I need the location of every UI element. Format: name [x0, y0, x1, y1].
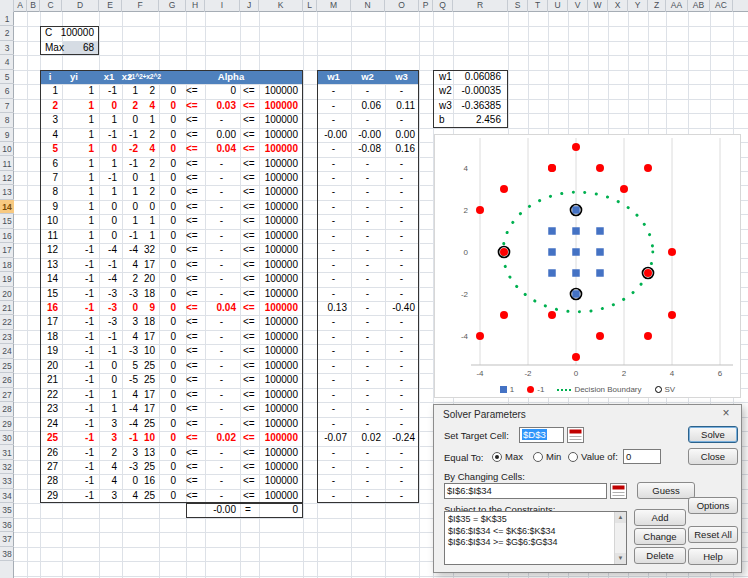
cell-max-label[interactable]: Max [43, 41, 61, 55]
column-header[interactable]: AB [688, 0, 710, 12]
cell-w2[interactable]: - [352, 157, 383, 171]
cell-x2[interactable]: 0 [119, 171, 140, 185]
cell-le[interactable]: <= [184, 373, 200, 387]
cell-x1[interactable]: 0 [99, 229, 119, 243]
cell-x1[interactable]: -1 [99, 128, 119, 142]
cell-w3[interactable]: - [386, 489, 417, 503]
cell-upper-bound[interactable]: 100000 [259, 388, 300, 402]
cell-le[interactable]: <= [241, 460, 257, 474]
row-header[interactable]: 8 [0, 113, 14, 127]
cell-alpha[interactable]: - [205, 214, 238, 228]
cell-alpha[interactable]: - [205, 460, 238, 474]
cell-lower-bound[interactable]: 0 [159, 489, 178, 503]
row-header[interactable]: 10 [0, 142, 14, 156]
cell-w1[interactable]: - [318, 489, 349, 503]
column-header[interactable]: I [205, 0, 240, 12]
cell-alpha[interactable]: 0.03 [205, 99, 238, 113]
cell-w2[interactable]: - [352, 229, 383, 243]
cell-x2[interactable]: -5 [119, 373, 140, 387]
cell-le[interactable]: <= [184, 402, 200, 416]
column-header[interactable]: T [528, 0, 548, 12]
cell-yi[interactable]: 1 [62, 171, 96, 185]
cell-w1[interactable]: - [318, 272, 349, 286]
cell-upper-bound[interactable]: 100000 [259, 258, 300, 272]
cell-le[interactable]: <= [184, 171, 200, 185]
cell-sum[interactable]: 1 [140, 214, 157, 228]
column-header[interactable]: P [419, 0, 433, 12]
cell-x1[interactable]: -3 [99, 287, 119, 301]
cell-x2[interactable]: -1 [119, 128, 140, 142]
cell-w1[interactable]: - [318, 258, 349, 272]
cell-le[interactable]: <= [184, 200, 200, 214]
cell-le[interactable]: <= [184, 272, 200, 286]
cell-le[interactable]: <= [184, 460, 200, 474]
cell-yi[interactable]: 1 [62, 157, 96, 171]
cell-le[interactable]: <= [184, 258, 200, 272]
cell-x1[interactable]: -4 [99, 243, 119, 257]
cell-yi[interactable]: -1 [62, 417, 96, 431]
cell-w1[interactable]: - [318, 402, 349, 416]
cell-le[interactable]: <= [241, 446, 257, 460]
cell-lower-bound[interactable]: 0 [159, 84, 178, 98]
cell-le[interactable]: <= [241, 99, 257, 113]
column-header[interactable]: S [508, 0, 528, 12]
column-header[interactable]: K [259, 0, 303, 12]
cell-w2[interactable]: - [352, 214, 383, 228]
column-header[interactable]: Q [433, 0, 453, 12]
cell-alpha[interactable]: - [205, 200, 238, 214]
cell-yi[interactable]: 1 [62, 185, 96, 199]
cell-x1[interactable]: 1 [99, 388, 119, 402]
scroll-down-icon[interactable]: ▼ [615, 553, 626, 564]
cell-le[interactable]: <= [241, 84, 257, 98]
column-header[interactable]: F [122, 0, 159, 12]
changing-cells-input[interactable]: $I$6:$I$34 [444, 483, 607, 499]
cell-le[interactable]: <= [241, 113, 257, 127]
cell-lower-bound[interactable]: 0 [159, 330, 178, 344]
row-header[interactable]: 3 [0, 41, 14, 55]
cell-alpha[interactable]: - [205, 359, 238, 373]
row-header[interactable]: 6 [0, 84, 14, 98]
column-header[interactable]: V [568, 0, 588, 12]
cell-lower-bound[interactable]: 0 [159, 128, 178, 142]
row-header[interactable]: 35 [0, 503, 14, 517]
cell-w1[interactable]: -0.00 [318, 128, 349, 142]
cell-alpha[interactable]: 0.02 [205, 431, 238, 445]
cell-sum[interactable]: 10 [140, 344, 157, 358]
cell-lower-bound[interactable]: 0 [159, 171, 178, 185]
row-header[interactable]: 22 [0, 315, 14, 329]
cell-w1[interactable]: - [318, 214, 349, 228]
cell-alpha[interactable]: - [205, 243, 238, 257]
cell-x2[interactable]: 2 [119, 272, 140, 286]
delete-button[interactable]: Delete [634, 547, 686, 564]
cell-max-value[interactable]: 68 [60, 41, 96, 55]
cell-x2[interactable]: 0 [119, 474, 140, 488]
column-header[interactable]: W [588, 0, 608, 12]
cell-w3[interactable]: - [386, 157, 417, 171]
cell-le[interactable]: <= [184, 330, 200, 344]
cell-le[interactable]: <= [184, 214, 200, 228]
cell-w3[interactable]: - [386, 474, 417, 488]
row-header[interactable]: 26 [0, 373, 14, 387]
cell-x2[interactable]: 4 [119, 258, 140, 272]
cell-le[interactable]: <= [184, 142, 200, 156]
cell-upper-bound[interactable]: 100000 [259, 185, 300, 199]
cell-yi[interactable]: -1 [62, 460, 96, 474]
cell-w2[interactable]: - [352, 474, 383, 488]
cell-le[interactable]: <= [184, 287, 200, 301]
cell-yi[interactable]: 1 [62, 142, 96, 156]
cell-alpha[interactable]: - [205, 258, 238, 272]
cell-i[interactable]: 9 [40, 200, 60, 214]
row-header[interactable]: 7 [0, 99, 14, 113]
cell-w1[interactable]: 0.13 [318, 301, 349, 315]
cell-sum[interactable]: 17 [140, 388, 157, 402]
row-header[interactable]: 17 [0, 243, 14, 257]
cell-yi[interactable]: -1 [62, 315, 96, 329]
cell-yi[interactable]: -1 [62, 258, 96, 272]
row-header[interactable]: 36 [0, 518, 14, 532]
cell-x1[interactable]: -1 [99, 330, 119, 344]
cell-sum[interactable]: 1 [140, 171, 157, 185]
cell-sum[interactable]: 13 [140, 446, 157, 460]
cell-upper-bound[interactable]: 100000 [259, 417, 300, 431]
column-header[interactable]: AA [666, 0, 688, 12]
cell-le[interactable]: <= [241, 359, 257, 373]
